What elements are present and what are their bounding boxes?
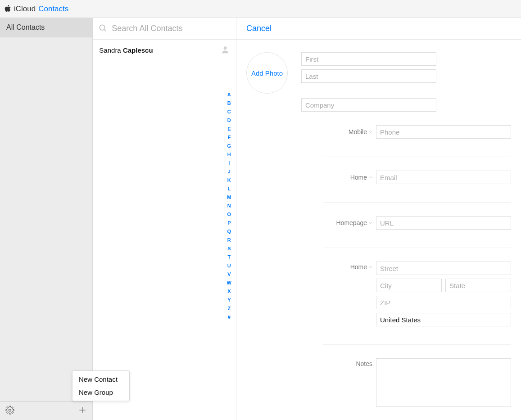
alphabet-letter[interactable]: E — [227, 126, 231, 131]
alphabet-letter[interactable]: F — [227, 135, 231, 140]
phone-field[interactable] — [376, 125, 511, 139]
cancel-button[interactable]: Cancel — [246, 24, 272, 33]
app-banner: iCloud Contacts — [0, 0, 521, 18]
svg-point-5 — [224, 46, 227, 50]
alphabet-letter[interactable]: Q — [227, 229, 231, 234]
chevron-down-icon — [369, 130, 372, 134]
alphabet-letter[interactable]: W — [227, 280, 231, 285]
alphabet-letter[interactable]: G — [227, 144, 231, 149]
chevron-down-icon — [369, 265, 372, 269]
add-photo-label: Add Photo — [251, 69, 283, 77]
menu-item-new-contact[interactable]: New Contact — [72, 373, 129, 386]
search-icon — [98, 23, 107, 34]
notes-label: Notes — [323, 358, 372, 367]
add-photo-button[interactable]: Add Photo — [246, 52, 288, 94]
alphabet-letter[interactable]: D — [227, 118, 231, 123]
country-value: United States — [380, 316, 421, 324]
search-input[interactable] — [111, 23, 231, 34]
alphabet-index: ABCDEFGHIJKLMNOPQRSTUVWXYZ# — [227, 92, 231, 320]
phone-type-selector[interactable]: Mobile — [323, 128, 372, 135]
alphabet-letter[interactable]: Y — [227, 298, 231, 303]
first-name-field[interactable] — [301, 52, 436, 66]
svg-point-3 — [100, 25, 105, 30]
chevron-down-icon — [369, 221, 372, 225]
contacts-list-panel: Sandra Caplescu ABCDEFGHIJKLMNOPQRSTUVWX… — [93, 18, 236, 420]
svg-point-0 — [9, 409, 11, 411]
alphabet-letter[interactable]: R — [227, 238, 231, 243]
sidebar-item-all-contacts[interactable]: All Contacts — [0, 18, 92, 37]
alphabet-letter[interactable]: S — [227, 246, 231, 251]
country-field[interactable]: United States — [376, 313, 511, 326]
label-text: Homepage — [336, 219, 367, 226]
banner-contacts-label[interactable]: Contacts — [38, 5, 68, 14]
zip-field[interactable] — [376, 296, 511, 309]
alphabet-letter[interactable]: V — [227, 272, 231, 277]
alphabet-letter[interactable]: P — [227, 221, 231, 226]
alphabet-letter[interactable]: M — [227, 195, 231, 200]
label-text: Home — [350, 174, 367, 181]
alphabet-letter[interactable]: Z — [227, 306, 231, 311]
groups-sidebar: All Contacts New Contact New Group — [0, 18, 93, 420]
alphabet-letter[interactable]: T — [227, 255, 231, 260]
contact-detail-panel: Cancel Add Photo — [236, 18, 521, 420]
alphabet-letter[interactable]: I — [228, 161, 230, 166]
alphabet-letter[interactable]: K — [227, 178, 231, 183]
apple-logo-icon — [5, 5, 11, 14]
contact-list-item[interactable]: Sandra Caplescu — [93, 40, 236, 61]
search-row — [93, 18, 236, 40]
alphabet-letter[interactable]: L — [227, 186, 231, 191]
alphabet-letter[interactable]: # — [228, 315, 231, 320]
banner-icloud-label: iCloud — [14, 5, 36, 14]
alphabet-letter[interactable]: A — [227, 92, 231, 97]
street-field[interactable] — [376, 262, 511, 275]
notes-field[interactable] — [376, 358, 511, 407]
menu-item-label: New Group — [79, 388, 113, 396]
avatar-icon — [221, 45, 230, 55]
gear-icon[interactable] — [5, 406, 14, 416]
plus-icon[interactable] — [78, 406, 87, 416]
url-type-selector[interactable]: Homepage — [323, 219, 372, 226]
last-name-field[interactable] — [301, 69, 436, 83]
contact-name: Sandra Caplescu — [99, 46, 153, 54]
alphabet-letter[interactable]: C — [227, 109, 231, 114]
alphabet-letter[interactable]: U — [227, 263, 231, 268]
contact-first-name: Sandra — [99, 46, 121, 54]
city-field[interactable] — [376, 279, 442, 292]
alphabet-letter[interactable]: O — [227, 212, 231, 217]
state-field[interactable] — [445, 279, 511, 292]
email-field[interactable] — [376, 171, 511, 184]
add-menu-popup: New Contact New Group — [72, 370, 130, 401]
url-field[interactable] — [376, 216, 511, 230]
alphabet-letter[interactable]: N — [227, 203, 231, 208]
menu-item-new-group[interactable]: New Group — [72, 386, 129, 399]
chevron-down-icon — [369, 176, 372, 179]
alphabet-letter[interactable]: X — [227, 289, 231, 294]
company-field[interactable] — [301, 98, 436, 112]
address-type-selector[interactable]: Home — [323, 263, 372, 271]
alphabet-letter[interactable]: B — [227, 101, 231, 106]
svg-line-4 — [104, 30, 106, 32]
contact-last-name: Caplescu — [123, 46, 153, 54]
label-text: Mobile — [349, 128, 367, 135]
email-type-selector[interactable]: Home — [323, 174, 372, 181]
alphabet-letter[interactable]: J — [228, 169, 231, 174]
sidebar-item-label: All Contacts — [6, 23, 45, 31]
label-text: Home — [350, 263, 367, 271]
menu-item-label: New Contact — [79, 375, 118, 383]
alphabet-letter[interactable]: H — [227, 152, 231, 157]
